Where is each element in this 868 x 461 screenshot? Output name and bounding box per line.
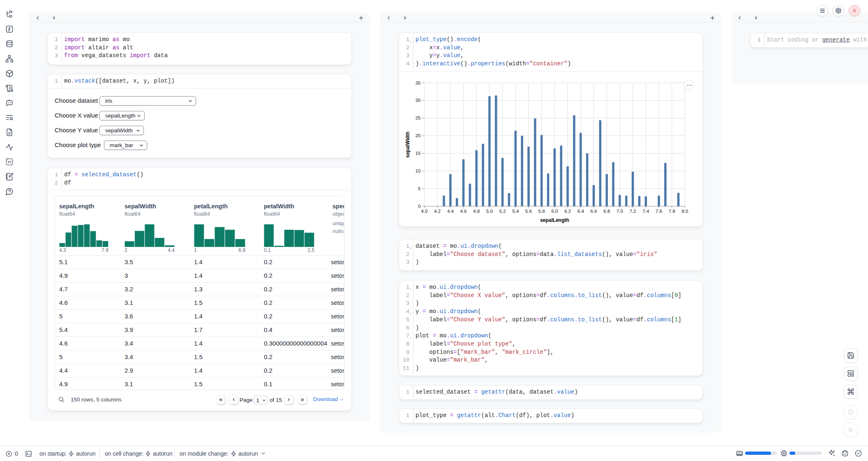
svg-text:15: 15 bbox=[416, 151, 421, 156]
svg-text:6.2: 6.2 bbox=[564, 209, 571, 214]
svg-text:25: 25 bbox=[416, 115, 421, 120]
svg-text:7.4: 7.4 bbox=[642, 209, 649, 214]
svg-text:6.0: 6.0 bbox=[552, 209, 558, 214]
svg-text:5.6: 5.6 bbox=[525, 209, 532, 214]
svg-text:0: 0 bbox=[418, 204, 420, 209]
svg-text:5.8: 5.8 bbox=[538, 209, 545, 214]
svg-text:6.4: 6.4 bbox=[577, 209, 584, 214]
svg-text:5.4: 5.4 bbox=[512, 209, 519, 214]
svg-text:5: 5 bbox=[418, 186, 420, 191]
svg-text:7.6: 7.6 bbox=[656, 209, 662, 214]
svg-text:7.2: 7.2 bbox=[630, 209, 636, 214]
svg-text:30: 30 bbox=[416, 98, 421, 103]
svg-text:6.6: 6.6 bbox=[591, 209, 597, 214]
svg-text:10: 10 bbox=[416, 168, 421, 173]
svg-text:4.8: 4.8 bbox=[473, 209, 480, 214]
svg-text:6.8: 6.8 bbox=[603, 209, 610, 214]
svg-text:7.8: 7.8 bbox=[669, 209, 675, 214]
svg-text:20: 20 bbox=[416, 133, 421, 138]
svg-text:35: 35 bbox=[416, 81, 421, 85]
svg-text:7.0: 7.0 bbox=[616, 209, 623, 214]
svg-text:4.2: 4.2 bbox=[434, 209, 441, 214]
svg-text:4.6: 4.6 bbox=[460, 209, 467, 214]
svg-text:4.4: 4.4 bbox=[447, 209, 454, 214]
svg-text:5.0: 5.0 bbox=[486, 209, 493, 214]
svg-text:sepalWidth: sepalWidth bbox=[405, 131, 411, 158]
svg-text:4.0: 4.0 bbox=[421, 209, 428, 214]
svg-text:5.2: 5.2 bbox=[499, 209, 506, 214]
svg-text:sepalLength: sepalLength bbox=[540, 217, 569, 223]
svg-text:8.0: 8.0 bbox=[682, 209, 688, 214]
